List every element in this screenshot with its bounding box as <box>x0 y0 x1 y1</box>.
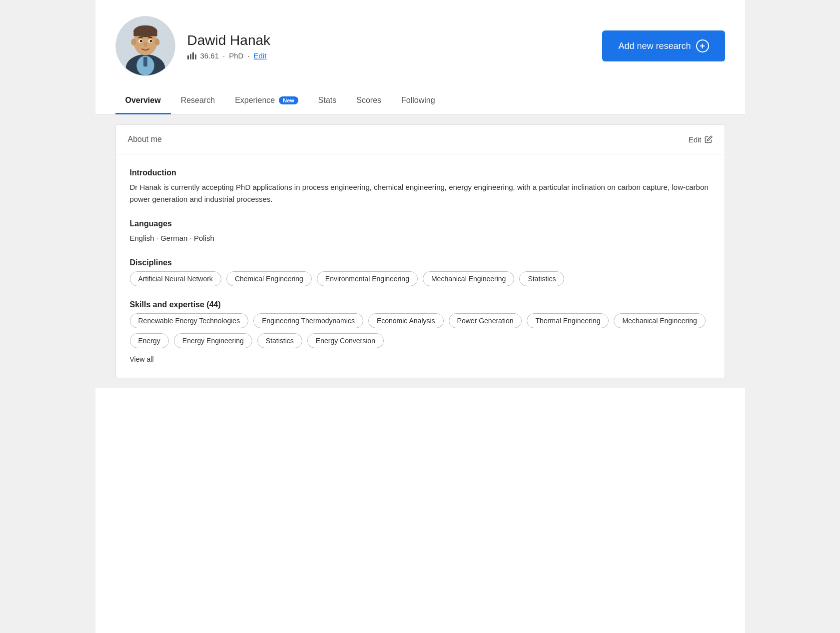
languages-text: English · German · Polish <box>130 232 711 244</box>
discipline-tag: Environmental Engineering <box>317 271 418 286</box>
skill-tag: Energy <box>130 333 169 348</box>
add-research-label: Add new research <box>618 41 691 51</box>
skill-tag: Renewable Energy Technologies <box>130 313 249 328</box>
about-card: About me Edit Introduction Dr Hanak is c… <box>115 124 725 378</box>
score-icon <box>187 51 196 59</box>
skills-block: Skills and expertise (44) Renewable Ener… <box>130 300 711 364</box>
pencil-icon <box>705 135 713 143</box>
tab-scores[interactable]: Scores <box>346 88 391 114</box>
about-edit-label: Edit <box>689 135 702 144</box>
main-content: About me Edit Introduction Dr Hanak is c… <box>95 114 745 388</box>
about-edit-button[interactable]: Edit <box>689 135 713 144</box>
tab-research[interactable]: Research <box>171 88 225 114</box>
skill-tag: Mechanical Engineering <box>614 313 705 328</box>
languages-block: Languages English · German · Polish <box>130 219 711 244</box>
about-card-body: Introduction Dr Hanak is currently accep… <box>116 154 725 378</box>
introduction-block: Introduction Dr Hanak is currently accep… <box>130 168 711 205</box>
plus-circle-icon: + <box>696 39 709 52</box>
skill-tag: Economic Analysis <box>368 313 444 328</box>
dot-separator-2: · <box>247 51 249 60</box>
introduction-text: Dr Hanak is currently accepting PhD appl… <box>130 181 711 205</box>
tab-experience[interactable]: Experience New <box>225 88 308 114</box>
discipline-tag: Artificial Neural Network <box>130 271 221 286</box>
nav-tabs: Overview Research Experience New Stats S… <box>95 88 745 114</box>
svg-point-8 <box>154 38 159 45</box>
skills-tags: Renewable Energy TechnologiesEngineering… <box>130 313 711 348</box>
disciplines-tags: Artificial Neural NetworkChemical Engine… <box>130 271 711 286</box>
skill-tag: Power Generation <box>449 313 522 328</box>
profile-score: 36.61 <box>200 51 219 60</box>
profile-name: Dawid Hanak <box>187 32 591 48</box>
svg-point-12 <box>149 40 152 42</box>
profile-info: Dawid Hanak 36.61 · PhD · Edit <box>187 32 591 60</box>
profile-degree: PhD <box>229 51 243 60</box>
svg-point-13 <box>143 42 147 47</box>
view-all-link[interactable]: View all <box>130 355 154 363</box>
languages-label: Languages <box>130 219 711 228</box>
svg-rect-3 <box>143 57 147 67</box>
introduction-label: Introduction <box>130 168 711 177</box>
disciplines-label: Disciplines <box>130 258 711 267</box>
skill-tag: Statistics <box>257 333 302 348</box>
profile-header: Dawid Hanak 36.61 · PhD · Edit Add new r… <box>95 0 745 88</box>
disciplines-block: Disciplines Artificial Neural NetworkChe… <box>130 258 711 286</box>
avatar <box>115 16 175 76</box>
discipline-tag: Chemical Engineering <box>226 271 312 286</box>
dot-separator-1: · <box>223 51 225 60</box>
tab-stats[interactable]: Stats <box>308 88 346 114</box>
skill-tag: Energy Conversion <box>307 333 384 348</box>
skill-tag: Energy Engineering <box>174 333 252 348</box>
skill-tag: Thermal Engineering <box>527 313 609 328</box>
discipline-tag: Mechanical Engineering <box>423 271 514 286</box>
tab-overview[interactable]: Overview <box>115 88 171 114</box>
svg-point-7 <box>131 38 136 45</box>
page-wrapper: Dawid Hanak 36.61 · PhD · Edit Add new r… <box>95 0 745 633</box>
add-research-button[interactable]: Add new research + <box>602 30 725 61</box>
skill-tag: Engineering Thermodynamics <box>253 313 363 328</box>
about-me-title: About me <box>128 135 162 144</box>
experience-new-badge: New <box>279 96 298 104</box>
about-card-header: About me Edit <box>116 125 725 154</box>
skills-label: Skills and expertise (44) <box>130 300 711 309</box>
profile-meta: 36.61 · PhD · Edit <box>187 51 591 60</box>
svg-point-11 <box>139 40 142 42</box>
tab-following[interactable]: Following <box>391 88 445 114</box>
svg-rect-6 <box>133 30 157 36</box>
profile-edit-link[interactable]: Edit <box>254 51 267 60</box>
discipline-tag: Statistics <box>519 271 564 286</box>
